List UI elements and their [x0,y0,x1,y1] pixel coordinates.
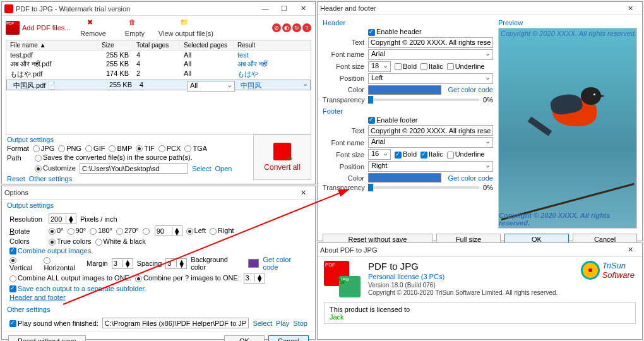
fmt-tga[interactable]: TGA [184,145,207,153]
pages-select[interactable]: All [187,81,235,92]
h-color-swatch[interactable] [368,85,441,95]
col-selected[interactable]: Selected pages [180,40,234,51]
empty-button[interactable]: 🗑Empty [116,18,153,37]
hf-close-button[interactable]: ✕ [621,2,640,15]
fmt-pcx[interactable]: PCX [158,145,181,153]
margin-input[interactable]: ▲▼ [112,258,133,269]
combine-per-input[interactable]: ▲▼ [244,273,265,284]
trisun-icon [581,261,600,280]
action-2[interactable]: ◐ [282,23,291,32]
table-row[interactable]: もはや.pdf174 KB2Allもはや [6,69,311,80]
combine-vertical[interactable]: Vertical [9,256,40,272]
fmt-tif[interactable]: TIF [136,145,155,153]
col-total[interactable]: Total pages [133,40,180,51]
table-row[interactable]: test.pdf255 KB4Alltest [6,51,311,59]
options-close-button[interactable]: ✕ [294,186,313,199]
col-name[interactable]: File name ▲ [6,40,98,51]
fmt-jpg[interactable]: JPG [33,145,54,153]
sound-select[interactable]: Select [253,320,272,327]
sound-stop[interactable]: Stop [293,320,307,327]
about-close-button[interactable]: ✕ [621,244,640,256]
f-color-link[interactable]: Get color code [448,174,493,182]
h-color-link[interactable]: Get color code [448,86,493,93]
get-color-link[interactable]: Get color code [263,256,307,271]
other-settings-link[interactable]: Other settings [29,175,72,182]
h-bold[interactable]: Bold [395,63,417,71]
f-bold[interactable]: Bold [395,150,417,159]
preview-panel: Copyright © 2020 XXXX. All rights reserv… [498,28,637,229]
action-1[interactable]: ⊘ [272,23,281,32]
select-path-link[interactable]: Select [192,165,212,172]
col-result[interactable]: Result [234,40,311,51]
convert-all-button[interactable]: Convert all [253,135,311,180]
h-font-select[interactable]: Arial [368,49,493,60]
fmt-png[interactable]: PNG [58,145,81,153]
fmt-gif[interactable]: GIF [85,145,105,153]
options-cancel-button[interactable]: Cancel [268,335,309,341]
wb-colors[interactable]: White & black [95,237,146,246]
play-sound-check[interactable]: Play sound when finished: [9,320,98,328]
bgcolor-swatch[interactable] [248,259,259,268]
sound-play[interactable]: Play [276,320,289,327]
rot-0[interactable]: 0° [49,227,64,235]
license-box: This product is licensed to Jack [324,302,636,324]
f-underline[interactable]: Underline [447,150,485,159]
rot-left[interactable]: Left [186,227,206,235]
f-italic[interactable]: Italic [420,150,443,159]
path-source-radio[interactable]: Saves the converted file(s) in the sourc… [35,153,193,162]
options-dialog: Options ✕ Output settings Resolution ▲▼ … [1,186,316,340]
add-pdf-button[interactable]: Add PDF files... [6,21,70,35]
remove-button[interactable]: ✖Remove [74,18,112,37]
table-row[interactable]: 中国风.pdf 📄255 KB4All中国风 [6,80,311,90]
rot-180[interactable]: 180° [90,227,112,235]
h-italic[interactable]: Italic [420,63,443,71]
f-size-select[interactable]: 16 [368,149,391,160]
resolution-input[interactable]: ▲▼ [49,213,76,224]
enable-footer-check[interactable]: Enable footer [368,116,417,124]
combine-horizontal[interactable]: Horizontal [44,256,83,272]
rot-90[interactable]: 90° [68,227,86,235]
rot-custom[interactable] [143,227,151,235]
trisun-logo[interactable]: TriSunSoftware [581,261,635,280]
save-each-check[interactable]: Save each output to a separate subfolder… [9,285,146,293]
fmt-bmp[interactable]: BMP [109,145,132,153]
path-custom-radio[interactable]: Customize [35,164,76,172]
about-license: Personal license (3 PCs) [368,273,558,280]
action-4[interactable]: ? [302,23,311,32]
options-ok-button[interactable]: OK [224,335,265,341]
path-input[interactable] [80,163,188,174]
action-3[interactable]: ↻ [292,23,301,32]
reset-link[interactable]: Reset [7,175,25,182]
f-color-swatch[interactable] [368,173,441,182]
col-size[interactable]: Size [98,40,133,51]
rot-270[interactable]: 270° [116,227,139,235]
maximize-button[interactable]: ☐ [275,3,294,15]
h-underline[interactable]: Underline [447,63,485,71]
h-pos-select[interactable]: Left [368,73,493,84]
enable-header-check[interactable]: Enable header [368,28,422,36]
true-colors[interactable]: True colors [49,237,92,246]
options-titlebar: Options ✕ [2,186,315,200]
f-pos-select[interactable]: Right [368,161,493,172]
h-text-input[interactable] [368,37,493,48]
h-size-select[interactable]: 18 [368,61,391,72]
table-row[interactable]: अब और नहीं.pdf255 KB4Allअब और नहीं [6,59,311,69]
f-font-select[interactable]: Arial [368,137,493,148]
header-footer-link[interactable]: Header and footer [9,294,66,301]
rot-right[interactable]: Right [210,227,234,235]
empty-icon: 🗑 [129,18,140,30]
f-trans-slider[interactable] [368,186,479,189]
spacing-input[interactable]: ▲▼ [165,258,187,269]
view-output-button[interactable]: 📁View output file(s) [157,18,214,37]
close-button[interactable]: ✕ [294,3,313,15]
rot-custom-input[interactable]: ▲▼ [155,225,182,236]
combine-check[interactable]: Combine output images. [9,247,93,255]
f-text-input[interactable] [368,125,493,136]
minimize-button[interactable]: — [256,3,275,15]
combine-per-radio[interactable]: Combine per ? images to ONE: [135,274,240,282]
open-path-link[interactable]: Open [215,165,232,172]
h-trans-slider[interactable] [368,99,479,101]
combine-all-radio[interactable]: Combine ALL output images to ONE. [9,274,131,282]
sound-path-input[interactable] [102,318,249,328]
options-reset-button[interactable]: Reset without save [8,335,86,341]
